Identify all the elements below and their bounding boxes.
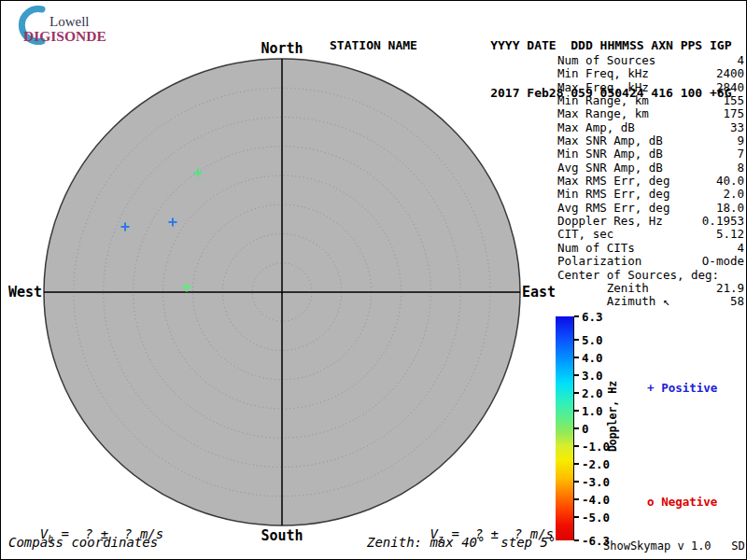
legend-positive: + Positive: [619, 367, 717, 409]
stat-label: Max Range, km: [557, 107, 649, 120]
stat-label: Doppler Res, Hz: [557, 215, 663, 228]
stat-row: Azimuth ↖58: [557, 295, 744, 308]
stat-row: Num of CITs4: [557, 242, 744, 255]
stat-row: Min Range, km155: [557, 94, 744, 107]
legend-positive-label: Positive: [661, 381, 717, 395]
stat-label: Num of Sources: [557, 54, 655, 67]
stat-value: 18.0: [716, 202, 744, 215]
stat-row: Max RMS Err, deg40.0: [557, 175, 744, 188]
colorbar-tick: [574, 445, 579, 447]
stat-row: Doppler Res, Hz0.1953: [557, 215, 744, 228]
stat-label: Polarization: [557, 255, 641, 268]
stat-label: Azimuth ↖: [557, 295, 669, 308]
colorbar-tick-label: 5.0: [582, 332, 603, 346]
direction-label-north: North: [245, 40, 319, 57]
stat-value: 2.0: [723, 188, 744, 201]
colorbar-tick-label: -5.0: [582, 511, 610, 525]
stat-value: 8: [737, 161, 744, 175]
stat-label: Max SNR Amp, dB: [557, 134, 663, 147]
stat-label: Num of CITs: [557, 242, 635, 255]
stat-row: Avg RMS Err, deg18.0: [557, 202, 744, 215]
legend-negative-label: Negative: [661, 495, 717, 509]
stat-row: Center of Sources, deg:: [557, 269, 744, 282]
stat-value: 4: [737, 54, 744, 67]
colorbar-tick: [574, 392, 579, 394]
colorbar-tick: [574, 498, 579, 500]
circle-marker-icon: o: [647, 495, 655, 509]
colorbar-tick: [574, 516, 579, 518]
stat-value: 21.9: [716, 282, 744, 295]
colorbar-tick-label: 3.0: [582, 368, 603, 382]
colorbar-tick: [574, 357, 579, 358]
stat-value: 9: [737, 134, 744, 147]
stat-label: Center of Sources, deg:: [557, 269, 719, 282]
stat-value: 40.0: [716, 175, 744, 188]
stat-row: CIT, sec5.12: [557, 228, 744, 241]
stat-label: CIT, sec: [557, 228, 613, 241]
stat-row: Num of Sources4: [557, 54, 744, 67]
colorbar-tick-label: -4.0: [582, 493, 610, 507]
stat-row: PolarizationO-mode: [557, 255, 744, 268]
colorbar-title: Doppler, Hz: [606, 360, 619, 472]
stat-row: Min RMS Err, deg2.0: [557, 188, 744, 201]
stat-label: Min RMS Err, deg: [557, 188, 669, 201]
plus-marker-icon: +: [647, 381, 655, 395]
stat-label: Max RMS Err, deg: [557, 175, 669, 188]
skymap-window: Lowell DIGISONDE STATION NAME YYYY DATE …: [0, 0, 747, 560]
direction-label-south: South: [240, 527, 324, 544]
zenith-scale-label: Zenith: max 40° step 5°: [367, 535, 554, 550]
stat-value: 175: [723, 107, 744, 120]
stat-row: Max Freq, kHz2840: [557, 81, 744, 94]
stats-panel: Num of Sources4Min Freq, kHz2400Max Freq…: [557, 54, 744, 309]
stat-row: Min Freq, kHz2400: [557, 67, 744, 80]
colorbar-tick-label: 2.0: [582, 385, 603, 399]
stat-value: 7: [737, 147, 744, 161]
stat-value: O-mode: [702, 255, 744, 268]
stat-label: Zenith: [557, 282, 649, 295]
colorbar-tick: [574, 410, 579, 412]
legend-negative: o Negative: [619, 481, 717, 523]
colorbar-tick-label: 4.0: [582, 350, 603, 364]
stat-value: 58: [730, 295, 744, 308]
logo-lowell-text: Lowell: [49, 14, 90, 29]
coordinates-mode-label: Compass coordinates: [8, 535, 158, 550]
colorbar-tick: [574, 539, 579, 541]
stat-row: Max SNR Amp, dB9: [557, 134, 744, 147]
colorbar-tick-label: 0: [582, 422, 589, 436]
colorbar-gradient: [556, 316, 574, 540]
skymap-plot: [1, 33, 561, 537]
stat-row: Max Range, km175: [557, 107, 744, 120]
stat-label: Min SNR Amp, dB: [557, 147, 663, 161]
stat-label: Avg RMS Err, deg: [557, 202, 669, 215]
colorbar-tick: [574, 339, 579, 341]
colorbar-tick-label: -3.0: [582, 475, 610, 489]
stat-row: Max Amp, dB33: [557, 121, 744, 134]
stat-label: Max Freq, kHz: [557, 81, 649, 94]
stat-value: 4: [737, 242, 744, 255]
stat-row: Zenith21.9: [557, 282, 744, 295]
stat-value: 2840: [716, 81, 744, 94]
stat-value: 155: [723, 94, 744, 107]
stat-row: Avg SNR Amp, dB8: [557, 161, 744, 175]
direction-label-east: East: [522, 284, 556, 301]
colorbar-tick-label: 1.0: [582, 403, 603, 417]
stat-value: 33: [730, 121, 744, 134]
colorbar-tick: [574, 374, 579, 376]
colorbar-tick: [574, 427, 579, 429]
stat-label: Avg SNR Amp, dB: [557, 161, 663, 175]
stat-row: Min SNR Amp, dB7: [557, 147, 744, 161]
stat-label: Max Amp, dB: [557, 121, 635, 134]
stat-value: 0.1953: [702, 215, 744, 228]
colorbar-tick: [574, 481, 579, 483]
stat-label: Min Freq, kHz: [557, 67, 649, 80]
colorbar-tick-label: 6.3: [582, 310, 603, 324]
direction-label-west: West: [8, 284, 42, 301]
colorbar-tick: [574, 315, 579, 317]
colorbar-tick: [574, 463, 579, 465]
stat-label: Min Range, km: [557, 94, 649, 107]
stat-value: 5.12: [716, 228, 744, 241]
version-label: ShowSkymap v 1.0 SD v 4.2: [603, 539, 747, 553]
stat-value: 2400: [716, 67, 744, 80]
